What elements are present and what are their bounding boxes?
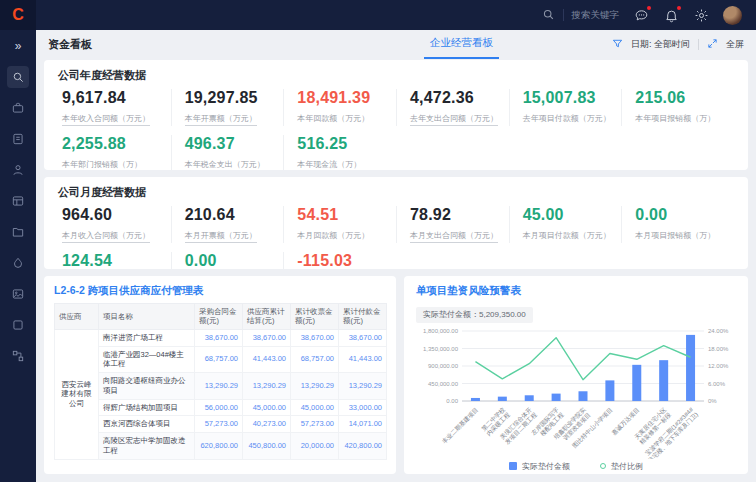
bar-1[interactable] bbox=[498, 396, 507, 400]
amount-cell[interactable]: 14,071.00 bbox=[339, 416, 387, 433]
annual-metric-4: 15,007.83去年项目付款额（万元） bbox=[509, 89, 622, 126]
dashboard-icon[interactable] bbox=[7, 190, 29, 212]
bar-5[interactable] bbox=[605, 380, 614, 401]
bar-0[interactable] bbox=[471, 397, 480, 400]
annual-metric-label[interactable]: 本年税金支出（万元） bbox=[185, 160, 265, 170]
top-bar: C 搜索关键字 bbox=[0, 0, 756, 30]
amount-cell[interactable]: 33,000.00 bbox=[339, 399, 387, 416]
risk-chart: 1,800,000.0024.00%1,350,000.0018.00%900,… bbox=[416, 325, 740, 459]
amount-cell[interactable]: 56,000.00 bbox=[195, 399, 243, 416]
monthly-metric-3: 78.92本月支出合同额（万元） bbox=[396, 206, 509, 243]
amount-cell[interactable]: 13,290.29 bbox=[195, 373, 243, 400]
bar-7[interactable] bbox=[659, 360, 668, 401]
date-filter[interactable]: 日期: 全部时间 bbox=[631, 38, 690, 51]
table-header-row: 供应商项目名称采购合同金额(元)供应商累计结算(元)累计收票金额(元)累计付款金… bbox=[55, 304, 387, 330]
monthly-metric-label: 本月回款额（万元） bbox=[297, 231, 369, 241]
briefcase-icon[interactable] bbox=[7, 97, 29, 119]
annual-metric-value: 496.37 bbox=[185, 135, 284, 153]
project-name-cell: 向阳路交通枢纽商业办公项目 bbox=[99, 373, 195, 400]
card-icon[interactable] bbox=[7, 283, 29, 305]
table-row: 得辉广场结构加固项目56,000.0045,000.0045,000.0033,… bbox=[55, 399, 387, 416]
logo-letter: C bbox=[12, 7, 24, 23]
amount-cell[interactable]: 13,290.29 bbox=[291, 373, 339, 400]
amount-cell[interactable]: 38,670.00 bbox=[291, 329, 339, 346]
user-icon[interactable] bbox=[7, 159, 29, 181]
legend-advance-ratio[interactable]: 垫付比例 bbox=[600, 461, 643, 472]
monthly-metric-label[interactable]: 本月支出合同额（万元） bbox=[410, 231, 498, 243]
amount-cell[interactable]: 13,290.29 bbox=[243, 373, 291, 400]
amount-cell[interactable]: 45,000.00 bbox=[243, 399, 291, 416]
amount-cell[interactable]: 450,800.00 bbox=[243, 433, 291, 460]
search-icon[interactable] bbox=[7, 66, 29, 88]
annual-metric-value: 9,617.84 bbox=[62, 89, 171, 107]
app-logo[interactable]: C bbox=[0, 0, 36, 30]
bar-6[interactable] bbox=[632, 364, 641, 400]
amount-cell[interactable]: 57,273.00 bbox=[195, 416, 243, 433]
box-icon[interactable] bbox=[7, 314, 29, 336]
annual-metric-label[interactable]: 本年开票额（万元） bbox=[185, 114, 257, 126]
y-axis-right-tick: 0% bbox=[708, 398, 717, 404]
folder-icon[interactable] bbox=[7, 221, 29, 243]
monthly-card-title: 公司月度经营数据 bbox=[58, 185, 734, 200]
amount-cell[interactable]: 38,670.00 bbox=[243, 329, 291, 346]
project-name-cell: 得辉广场结构加固项目 bbox=[99, 399, 195, 416]
legend-label: 实际垫付金额 bbox=[522, 461, 570, 472]
actual-advance-badge: 实际垫付金额：5,209,350.00 bbox=[416, 307, 533, 323]
amount-cell[interactable]: 68,757.00 bbox=[195, 346, 243, 373]
annual-metric-label[interactable]: 去年支出合同额（万元） bbox=[410, 114, 498, 126]
table-row: 临港产业园32—04#楼主体工程68,757.0041,443.0068,757… bbox=[55, 346, 387, 373]
chart-legend: 实际垫付金额垫付比例 bbox=[416, 461, 736, 472]
fullscreen-button[interactable]: 全屏 bbox=[726, 38, 744, 51]
amount-cell[interactable]: 20,000.00 bbox=[291, 433, 339, 460]
amount-cell[interactable]: 38,670.00 bbox=[339, 329, 387, 346]
amount-cell[interactable]: 68,757.00 bbox=[291, 346, 339, 373]
user-avatar[interactable] bbox=[723, 6, 742, 25]
bar-2[interactable] bbox=[525, 395, 534, 401]
toolbar-divider bbox=[698, 39, 699, 50]
amount-cell[interactable]: 57,273.00 bbox=[291, 416, 339, 433]
column-header: 供应商 bbox=[55, 304, 99, 330]
table-row: 西京河西综合体项目57,273.0040,273.0057,273.0014,0… bbox=[55, 416, 387, 433]
amount-cell[interactable]: 41,443.00 bbox=[243, 346, 291, 373]
table-row: 向阳路交通枢纽商业办公项目13,290.2913,290.2913,290.29… bbox=[55, 373, 387, 400]
legend-line-marker bbox=[600, 463, 606, 469]
message-icon[interactable] bbox=[633, 7, 649, 23]
monthly-metric-label[interactable]: 本月收入合同额（万元） bbox=[62, 231, 150, 243]
bar-3[interactable] bbox=[552, 393, 561, 400]
document-icon[interactable] bbox=[7, 128, 29, 150]
amount-cell[interactable]: 13,290.29 bbox=[339, 373, 387, 400]
y-axis-left-tick: 0.00 bbox=[446, 398, 458, 404]
sidebar-expand-button[interactable]: » bbox=[15, 36, 22, 58]
column-header: 供应商累计结算(元) bbox=[243, 304, 291, 330]
annual-metric-label[interactable]: 本年部门报销额（万） bbox=[62, 160, 142, 170]
bar-4[interactable] bbox=[579, 391, 588, 401]
annual-metric-label[interactable]: 本年收入合同额（万元） bbox=[62, 114, 150, 126]
tab-business-board[interactable]: 企业经营看板 bbox=[424, 30, 499, 59]
flow-icon[interactable] bbox=[7, 345, 29, 367]
tab-funds-board[interactable]: 资金看板 bbox=[48, 37, 92, 52]
monthly-metric-label[interactable]: 本月开票额（万元） bbox=[185, 231, 257, 243]
global-search[interactable]: 搜索关键字 bbox=[542, 8, 620, 23]
bar-8[interactable] bbox=[686, 334, 695, 400]
x-axis-label: 丰业二期基建项目 bbox=[441, 406, 480, 445]
amount-cell[interactable]: 620,800.00 bbox=[195, 433, 243, 460]
message-badge bbox=[647, 6, 651, 10]
supplier-payable-card: L2-6-2 跨项目供应商应付管理表 供应商项目名称采购合同金额(元)供应商累计… bbox=[44, 276, 396, 474]
water-icon[interactable] bbox=[7, 252, 29, 274]
amount-cell[interactable]: 420,800.00 bbox=[339, 433, 387, 460]
amount-cell[interactable]: 38,670.00 bbox=[195, 329, 243, 346]
legend-actual-advance[interactable]: 实际垫付金额 bbox=[509, 461, 570, 472]
monthly-metric-value: 210.64 bbox=[185, 206, 284, 224]
y-axis-right-tick: 24.00% bbox=[708, 328, 729, 334]
annual-metric-label: 本年现金流（万） bbox=[297, 160, 361, 170]
amount-cell[interactable]: 40,273.00 bbox=[243, 416, 291, 433]
annual-metric-1: 19,297.85本年开票额（万元） bbox=[171, 89, 284, 126]
amount-cell[interactable]: 41,443.00 bbox=[339, 346, 387, 373]
amount-cell[interactable]: 45,000.00 bbox=[291, 399, 339, 416]
bell-icon[interactable] bbox=[663, 7, 679, 23]
column-header: 累计付款金额(元) bbox=[339, 304, 387, 330]
fullscreen-icon bbox=[707, 38, 718, 51]
annual-metric-value: 2,255.88 bbox=[62, 135, 171, 153]
legend-label: 垫付比例 bbox=[611, 461, 643, 472]
gear-icon[interactable] bbox=[693, 7, 709, 23]
